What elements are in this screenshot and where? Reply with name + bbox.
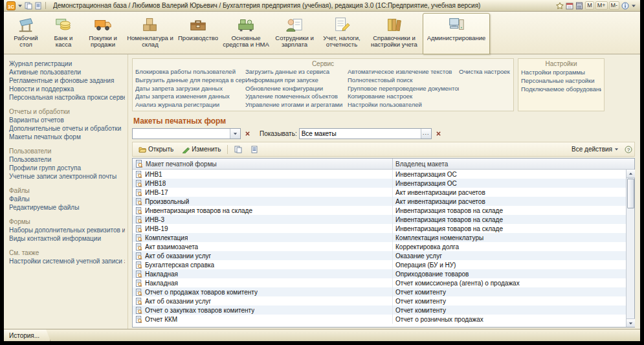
- memory-button-M[interactable]: M: [585, 1, 594, 10]
- service-link[interactable]: Анализ журнала регистрации: [135, 101, 245, 109]
- sidebar-item[interactable]: Новости и поддержка: [9, 85, 125, 93]
- table-row[interactable]: Отчет ККМОтчет о розничных продажах: [133, 315, 626, 324]
- sidebar-item[interactable]: Файлы: [9, 195, 125, 203]
- edit-button[interactable]: Изменить: [178, 144, 225, 155]
- sidebar-item[interactable]: Пользователи: [9, 155, 125, 164]
- service-link[interactable]: Блокировка работы пользователей: [135, 68, 245, 76]
- table-row[interactable]: КомплектацияКомплектация номенклатуры: [133, 233, 626, 242]
- sidebar-item[interactable]: Активные пользователи: [9, 68, 125, 76]
- ribbon-tab-9[interactable]: Справочники и настройки учета: [366, 13, 422, 52]
- column-header-layout[interactable]: Макет печатной формы: [133, 159, 393, 169]
- ribbon-tab-8[interactable]: Учет, налоги, отчетность: [318, 13, 366, 52]
- ribbon-tab-1[interactable]: Рабочий стол: [6, 13, 45, 52]
- scroll-down-icon[interactable]: [627, 318, 635, 327]
- ribbon-tab-label: Справочники и настройки учета: [368, 35, 420, 48]
- app-icon[interactable]: 1С: [6, 1, 16, 10]
- table-row[interactable]: ИНВ-19Инвентаризация товаров на складе: [133, 224, 626, 233]
- layout-doc-icon: [135, 262, 142, 269]
- list-button[interactable]: [247, 144, 262, 155]
- service-link[interactable]: Очистка настроек: [459, 68, 511, 76]
- chevron-down-icon[interactable]: [17, 3, 23, 8]
- sidebar-item[interactable]: Персональная настройка прокси сервера: [9, 93, 125, 102]
- sidebar-item[interactable]: Настройки системной учетной записи эл...: [9, 257, 125, 265]
- copy-button[interactable]: [230, 144, 246, 155]
- list-icon[interactable]: [34, 2, 42, 10]
- service-link[interactable]: Автоматическое извлечение текстов: [348, 68, 459, 76]
- clear-search-button[interactable]: [243, 129, 252, 139]
- sidebar-item[interactable]: Наборы дополнительных реквизитов и...: [9, 226, 125, 234]
- table-row[interactable]: Отчет о закупках товаров комитентуОтчет …: [133, 306, 626, 315]
- table-row[interactable]: Акт взаимозачетаКорректировка долга: [133, 242, 626, 251]
- service-link[interactable]: Информация при запуске: [245, 76, 348, 85]
- ribbon-tab-5[interactable]: Производство: [176, 13, 220, 52]
- ribbon-tab-label: Рабочий стол: [8, 35, 43, 48]
- settings-link[interactable]: Персональные настройки: [521, 76, 601, 85]
- chevron-down-icon[interactable]: [230, 129, 240, 139]
- sidebar-item[interactable]: Журнал регистрации: [9, 60, 125, 68]
- history-button[interactable]: История...: [4, 329, 50, 341]
- ribbon-tab-7[interactable]: Сотрудники и зарплата: [272, 13, 317, 52]
- ribbon-tab-6[interactable]: Основные средства и НМА: [221, 13, 271, 52]
- service-link[interactable]: Выгрузить данные для перехода в сервис: [135, 76, 245, 85]
- column-header-owner[interactable]: Владелец макета: [393, 161, 634, 168]
- service-link[interactable]: Полнотекстовый поиск: [348, 76, 459, 85]
- scroll-up-icon[interactable]: [627, 170, 635, 178]
- help-icon[interactable]: ?: [625, 146, 632, 153]
- ribbon-tab-label: Номенклатура и склад: [127, 35, 173, 48]
- service-link[interactable]: Обновление конфигурации: [245, 85, 348, 93]
- layout-name: Отчет о закупках товаров комитенту: [145, 307, 254, 314]
- table-row[interactable]: ИНВ1Инвентаризация ОС: [133, 170, 626, 179]
- table-row[interactable]: Отчет о продажах товаров комитентуОтчет …: [133, 287, 626, 296]
- calendar-icon[interactable]: [566, 2, 573, 10]
- sidebar-item[interactable]: Профили групп доступа: [9, 164, 125, 172]
- ribbon-tab-4[interactable]: Номенклатура и склад: [125, 13, 175, 52]
- service-link[interactable]: Управление итогами и агрегатами: [245, 101, 348, 109]
- service-link[interactable]: Даты запрета изменения данных: [135, 93, 245, 101]
- sidebar-item[interactable]: Редактируемые файлы: [9, 203, 125, 212]
- star-icon[interactable]: [556, 2, 564, 10]
- memory-button-M-[interactable]: M-: [609, 1, 620, 10]
- ribbon-tab-10[interactable]: Администрирование: [423, 13, 490, 54]
- chevron-down-icon[interactable]: [631, 3, 636, 8]
- service-link[interactable]: Настройки пользователей: [348, 101, 459, 109]
- sidebar-item[interactable]: Макеты печатных форм: [9, 133, 125, 141]
- table-row[interactable]: ПроизвольныйАкт инвентаризации расчетов: [133, 197, 626, 206]
- service-link[interactable]: Даты запрета загрузки данных: [135, 85, 245, 93]
- table-row[interactable]: НакладнаяОприходование товаров: [133, 269, 626, 278]
- show-filter-input[interactable]: [300, 129, 421, 139]
- table-row[interactable]: Бухгалтерская справкаОперация (БУ и НУ): [133, 260, 626, 269]
- clear-filter-button[interactable]: [434, 129, 443, 139]
- service-link[interactable]: Копирование настроек: [348, 93, 459, 101]
- table-row[interactable]: ИНВ-3Инвентаризация товаров на складе: [133, 215, 626, 224]
- sidebar-item[interactable]: Регламентные и фоновые задания: [9, 76, 125, 85]
- search-input[interactable]: [133, 129, 230, 139]
- sidebar-item[interactable]: Виды контактной информации: [9, 234, 125, 243]
- table-row[interactable]: НакладнаяОтчет комиссионера (агента) о п…: [133, 278, 626, 287]
- table-row[interactable]: Акт об оказании услугОтчет комитенту: [133, 296, 626, 306]
- choose-button[interactable]: ...: [421, 129, 431, 139]
- service-link[interactable]: Загрузить данные из сервиса: [245, 68, 348, 76]
- open-button[interactable]: Открыть: [135, 144, 177, 155]
- all-actions-button[interactable]: Все действия: [569, 145, 621, 153]
- ribbon-tab-3[interactable]: Покупки и продажи: [82, 13, 124, 52]
- sidebar-item[interactable]: Дополнительные отчеты и обработки: [9, 124, 125, 133]
- sidebar-item[interactable]: Учетные записи электронной почты: [9, 172, 125, 181]
- settings-link[interactable]: Подключаемое оборудование: [521, 85, 601, 93]
- calculator-icon[interactable]: [575, 2, 583, 10]
- info-icon[interactable]: [621, 2, 629, 10]
- memory-button-M+[interactable]: M+: [595, 1, 608, 10]
- service-link[interactable]: Групповое перепроведение документов: [348, 85, 459, 93]
- settings-link[interactable]: Настройки программы: [521, 68, 601, 76]
- service-links: Блокировка работы пользователейВыгрузить…: [135, 68, 511, 109]
- vertical-scrollbar[interactable]: [626, 170, 634, 327]
- sidebar-item[interactable]: Варианты отчетов: [9, 116, 125, 124]
- copy-icon[interactable]: [25, 2, 32, 10]
- table-row[interactable]: ИНВ18Инвентаризация ОС: [133, 179, 626, 188]
- layout-owner: Комплектация номенклатуры: [393, 234, 626, 241]
- scrollbar-thumb[interactable]: [627, 179, 634, 208]
- table-row[interactable]: Акт об оказании услугОказание услуг: [133, 251, 626, 260]
- ribbon-tab-2[interactable]: Банк и касса: [46, 13, 81, 52]
- table-row[interactable]: Инвентаризация товаров на складеИнвентар…: [133, 206, 626, 215]
- service-link[interactable]: Удаление помеченных объектов: [245, 93, 348, 101]
- table-row[interactable]: ИНВ-17Акт инвентаризации расчетов: [133, 188, 626, 197]
